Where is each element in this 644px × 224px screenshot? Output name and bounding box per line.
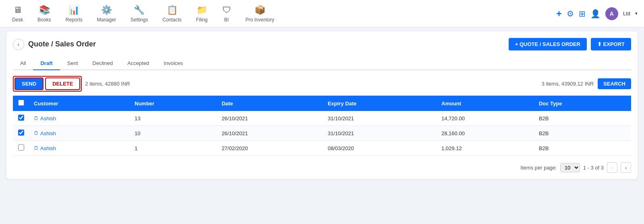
page-title: Quote / Sales Order [28,40,96,48]
settings-icon: 🔧 [134,5,145,15]
action-buttons-group: SEND DELETE [13,76,82,92]
nav-item-desk[interactable]: 🖥 Desk [6,2,29,26]
nav-label-reports: Reports [66,17,83,23]
nav-label-books: Books [37,17,51,23]
manager-icon: ⚙️ [101,5,112,15]
prev-page-button[interactable]: ‹ [607,162,617,173]
company-name[interactable]: Ltd [623,10,630,17]
user-icon[interactable]: 👤 [590,9,601,19]
top-navigation: 🖥 Desk 📚 Books 📊 Reports ⚙️ Manager 🔧 Se… [0,0,644,27]
nav-items: 🖥 Desk 📚 Books 📊 Reports ⚙️ Manager 🔧 Se… [6,2,280,26]
send-button[interactable]: SEND [14,77,43,90]
back-button[interactable]: ‹ [13,39,24,50]
nav-label-filing: Filing [196,17,208,23]
row-doc-type: B2B [534,141,631,156]
row-checkbox-cell [13,111,29,126]
tab-sent[interactable]: Sent [60,57,85,70]
books-icon: 📚 [39,5,50,15]
nav-label-manager: Manager [97,17,116,23]
header-actions: + QUOTE / SALES ORDER ⬆ EXPORT [509,38,631,50]
items-per-page-select[interactable]: 10 25 50 [560,163,580,172]
delete-button[interactable]: DELETE [45,77,80,90]
nav-item-manager[interactable]: ⚙️ Manager [91,2,122,26]
page-header: ‹ Quote / Sales Order + QUOTE / SALES OR… [13,38,631,50]
row-checkbox-cell [13,126,29,141]
nav-item-books[interactable]: 📚 Books [32,2,56,26]
row-expiry-date: 08/03/2020 [323,141,437,156]
desk-icon: 🖥 [13,5,22,15]
export-button[interactable]: ⬆ EXPORT [591,38,631,50]
col-checkbox [13,96,29,111]
tab-accepted[interactable]: Accepted [120,57,156,70]
grid-icon[interactable]: ⊞ [579,9,586,19]
row-date: 26/10/2021 [217,111,323,126]
customer-doc-icon: 🗒 [34,115,39,121]
selected-info: 2 items, 42880 INR [85,81,130,87]
search-button[interactable]: SEARCH [598,78,631,89]
action-bar: SEND DELETE 2 items, 42880 INR 3 items, … [13,76,631,92]
pagination-range: 1 - 3 of 3 [583,165,604,171]
row-checkbox-2[interactable] [18,144,24,151]
tab-invoices[interactable]: Invoices [156,57,190,70]
col-customer: Customer [29,96,130,111]
avatar[interactable]: A [605,7,618,20]
col-date: Date [217,96,323,111]
page-header-left: ‹ Quote / Sales Order [13,39,96,50]
customer-link-2[interactable]: 🗒 Ashish [34,145,125,151]
select-all-checkbox[interactable] [18,100,24,106]
total-info: 3 items, 43909.12 INR [542,81,594,87]
add-icon[interactable]: + [556,8,562,19]
row-expiry-date: 31/10/2021 [323,111,437,126]
tab-draft[interactable]: Draft [33,57,60,70]
row-doc-type: B2B [534,126,631,141]
row-number: 13 [130,111,217,126]
add-quote-button[interactable]: + QUOTE / SALES ORDER [509,38,587,50]
row-expiry-date: 31/10/2021 [323,126,437,141]
nav-label-desk: Desk [12,17,23,23]
tab-declined[interactable]: Declined [85,57,120,70]
table-row: 🗒 Ashish 10 26/10/2021 31/10/2021 28,160… [13,126,631,141]
nav-right: + ⚙ ⊞ 👤 A Ltd ▾ [556,7,638,20]
customer-doc-icon: 🗒 [34,145,39,151]
nav-item-settings[interactable]: 🔧 Settings [125,2,153,26]
col-number: Number [130,96,217,111]
company-dropdown-icon[interactable]: ▾ [635,11,638,16]
items-per-page-label: Items per page: [520,165,557,171]
nav-label-pro-inventory: Pro Inventory [246,17,274,23]
col-doc-type: Doc Type [534,96,631,111]
nav-item-contacts[interactable]: 📋 Contacts [157,2,187,26]
main-content: ‹ Quote / Sales Order + QUOTE / SALES OR… [6,31,638,179]
row-checkbox-1[interactable] [18,130,24,136]
row-amount: 14,720.00 [437,111,534,126]
table-row: 🗒 Ashish 1 27/02/2020 08/03/2020 1,029.1… [13,141,631,156]
pro-inventory-icon: 📦 [255,5,265,15]
nav-item-reports[interactable]: 📊 Reports [60,2,88,26]
bi-icon: 🛡 [222,5,231,15]
nav-label-settings: Settings [130,17,148,23]
table-body: 🗒 Ashish 13 26/10/2021 31/10/2021 14,720… [13,111,631,156]
row-amount: 28,160.00 [437,126,534,141]
table-header: Customer Number Date Expiry Date Amount … [13,96,631,111]
tab-all[interactable]: All [13,57,33,70]
action-bar-right: 3 items, 43909.12 INR SEARCH [542,78,631,89]
row-checkbox-cell [13,141,29,156]
nav-item-pro-inventory[interactable]: 📦 Pro Inventory [240,2,280,26]
customer-link-1[interactable]: 🗒 Ashish [34,130,125,136]
nav-item-bi[interactable]: 🛡 BI [217,2,237,26]
customer-link-0[interactable]: 🗒 Ashish [34,115,125,121]
row-checkbox-0[interactable] [18,115,24,121]
tabs: All Draft Sent Declined Accepted Invoice… [13,57,631,70]
col-amount: Amount [437,96,534,111]
row-number: 10 [130,126,217,141]
nav-label-bi: BI [224,17,229,23]
pagination: Items per page: 10 25 50 1 - 3 of 3 ‹ › [13,162,631,173]
row-amount: 1,029.12 [437,141,534,156]
row-date: 26/10/2021 [217,126,323,141]
data-table: Customer Number Date Expiry Date Amount … [13,96,631,156]
settings-gear-icon[interactable]: ⚙ [567,9,574,19]
nav-label-contacts: Contacts [162,17,181,23]
nav-item-filing[interactable]: 📁 Filing [191,2,213,26]
next-page-button[interactable]: › [621,162,631,173]
row-number: 1 [130,141,217,156]
customer-doc-icon: 🗒 [34,130,39,136]
